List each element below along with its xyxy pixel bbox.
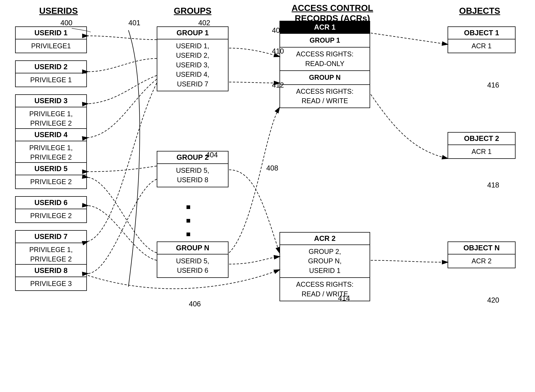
object-box-2: OBJECT 2 ACR 1 xyxy=(448,132,516,159)
header-groups: GROUPS xyxy=(164,6,221,16)
object-2-content: ACR 1 xyxy=(448,145,515,158)
acr-2-title: ACR 2 xyxy=(280,233,370,245)
userid-8-title: USERID 8 xyxy=(16,265,86,277)
group-n-title: GROUP N xyxy=(157,242,228,254)
ref-420: 420 xyxy=(487,296,499,304)
arrows-svg xyxy=(0,0,535,392)
group-1-content: USERID 1, USERID 2, USERID 3, USERID 4, … xyxy=(157,39,228,91)
object-n-title: OBJECT N xyxy=(448,242,515,254)
userid-8-content: PRIVILEGE 3 xyxy=(16,277,86,290)
acr-box-1: ACR 1 GROUP 1 ACCESS RIGHTS: READ-ONLY G… xyxy=(279,21,370,108)
ref-410: 410 xyxy=(272,47,284,55)
ref-414: 414 xyxy=(338,294,350,302)
ref-418: 418 xyxy=(487,181,499,189)
userid-box-7: USERID 7 PRIVILEGE 1, PRIVILEGE 2 xyxy=(15,230,87,266)
group-n-content: USERID 5, USERID 6 xyxy=(157,254,228,277)
userid-4-title: USERID 4 xyxy=(16,129,86,141)
userid-6-content: PRIVILEGE 2 xyxy=(16,209,86,222)
userid-box-2: USERID 2 PRIVILEGE 1 xyxy=(15,60,87,87)
group-box-1: GROUP 1 USERID 1, USERID 2, USERID 3, US… xyxy=(157,26,229,91)
userid-7-content: PRIVILEGE 1, PRIVILEGE 2 xyxy=(16,243,86,266)
object-2-title: OBJECT 2 xyxy=(448,133,515,145)
userid-1-content: PRIVILEGE1 xyxy=(16,39,86,53)
header-acr: ACCESS CONTROL RECORDS (ACRs) xyxy=(281,3,383,23)
header-userids: USERIDS xyxy=(23,6,94,16)
acr-1-groupn: GROUP N xyxy=(280,70,370,84)
group-1-title: GROUP 1 xyxy=(157,27,228,39)
ref-408: 408 xyxy=(266,164,278,172)
object-1-title: OBJECT 1 xyxy=(448,27,515,39)
userid-2-content: PRIVILEGE 1 xyxy=(16,73,86,87)
group-2-content: USERID 5, USERID 8 xyxy=(157,164,228,187)
acr-box-2: ACR 2 GROUP 2, GROUP N, USERID 1 ACCESS … xyxy=(279,232,370,301)
userid-2-title: USERID 2 xyxy=(16,61,86,73)
ref-400: 400 xyxy=(60,19,72,27)
userid-6-title: USERID 6 xyxy=(16,197,86,209)
userid-3-title: USERID 3 xyxy=(16,95,86,107)
diagram: USERIDS GROUPS ACCESS CONTROL RECORDS (A… xyxy=(0,0,535,392)
object-box-1: OBJECT 1 ACR 1 xyxy=(448,26,516,53)
ref-406: 406 xyxy=(189,300,201,308)
object-n-content: ACR 2 xyxy=(448,254,515,268)
acr-2-groups: GROUP 2, GROUP N, USERID 1 xyxy=(280,245,370,277)
ref-412: 412 xyxy=(272,81,284,89)
dots: ■■■ xyxy=(186,200,191,241)
userid-5-content: PRIVILEGE 2 xyxy=(16,175,86,188)
group-box-n: GROUP N USERID 5, USERID 6 xyxy=(157,242,229,278)
userid-box-5: USERID 5 PRIVILEGE 2 xyxy=(15,162,87,189)
userid-4-content: PRIVILEGE 1, PRIVILEGE 2 xyxy=(16,141,86,164)
ref-401: 401 xyxy=(129,19,140,27)
userid-7-title: USERID 7 xyxy=(16,231,86,243)
userid-box-1: USERID 1 PRIVILEGE1 xyxy=(15,26,87,53)
acr-2-rights: ACCESS RIGHTS: READ / WRITE xyxy=(280,277,370,301)
userid-box-8: USERID 8 PRIVILEGE 3 xyxy=(15,264,87,291)
acr-1-rights2: ACCESS RIGHTS: READ / WRITE xyxy=(280,84,370,108)
userid-box-6: USERID 6 PRIVILEGE 2 xyxy=(15,196,87,223)
acr-1-rights1: ACCESS RIGHTS: READ-ONLY xyxy=(280,47,370,70)
acr-1-title: ACR 1 xyxy=(280,21,370,34)
ref-416: 416 xyxy=(487,81,499,89)
acr-1-group1: GROUP 1 xyxy=(280,34,370,47)
ref-402: 402 xyxy=(198,19,210,27)
userid-box-4: USERID 4 PRIVILEGE 1, PRIVILEGE 2 xyxy=(15,128,87,165)
ref-404: 404 xyxy=(206,151,218,159)
ref-409: 409 xyxy=(272,26,284,34)
userid-box-3: USERID 3 PRIVILEGE 1, PRIVILEGE 2 xyxy=(15,94,87,131)
object-1-content: ACR 1 xyxy=(448,39,515,53)
userid-5-title: USERID 5 xyxy=(16,163,86,175)
userid-3-content: PRIVILEGE 1, PRIVILEGE 2 xyxy=(16,107,86,130)
userid-1-title: USERID 1 xyxy=(16,27,86,39)
header-objects: OBJECTS xyxy=(448,6,512,16)
object-box-n: OBJECT N ACR 2 xyxy=(448,242,516,268)
